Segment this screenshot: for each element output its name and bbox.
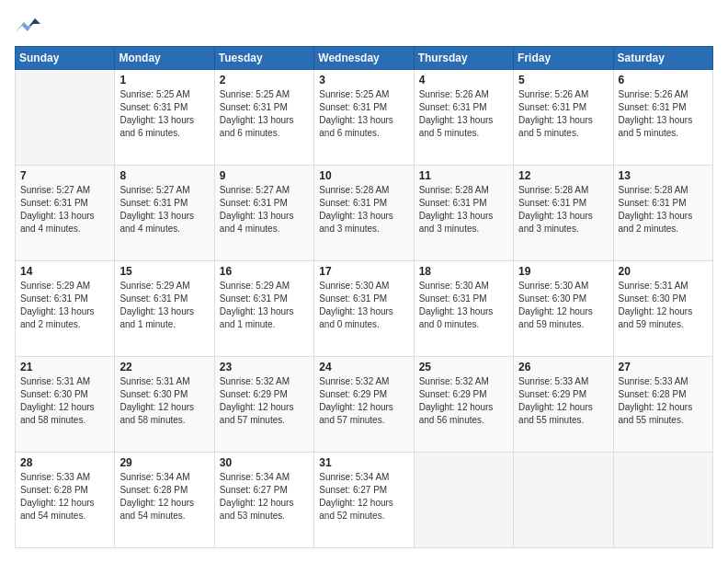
day-number: 24 — [319, 361, 408, 373]
sunset-text: Sunset: 6:31 PM — [619, 197, 708, 210]
sunset-text: Sunset: 6:31 PM — [518, 101, 608, 114]
day-number: 14 — [20, 265, 109, 278]
sunset-text: Sunset: 6:31 PM — [119, 101, 209, 114]
sunrise-text: Sunrise: 5:33 AM — [619, 375, 708, 388]
daylight-text: Daylight: 13 hours and 6 minutes. — [119, 114, 209, 140]
daylight-text: Daylight: 13 hours and 0 minutes. — [319, 305, 408, 331]
weekday-header: Friday — [514, 47, 613, 70]
calendar-cell: 23 Sunrise: 5:32 AM Sunset: 6:29 PM Dayl… — [214, 357, 313, 453]
sunrise-text: Sunrise: 5:25 AM — [319, 88, 408, 101]
calendar-cell: 17 Sunrise: 5:30 AM Sunset: 6:31 PM Dayl… — [314, 261, 414, 357]
sunrise-text: Sunrise: 5:28 AM — [319, 184, 408, 197]
day-info: Sunrise: 5:26 AM Sunset: 6:31 PM Dayligh… — [619, 88, 708, 140]
header — [15, 15, 713, 37]
calendar-week-row: 1 Sunrise: 5:25 AM Sunset: 6:31 PM Dayli… — [16, 70, 713, 166]
daylight-text: Daylight: 12 hours and 58 minutes. — [119, 401, 209, 427]
calendar-week-row: 28 Sunrise: 5:33 AM Sunset: 6:28 PM Dayl… — [16, 453, 713, 548]
daylight-text: Daylight: 13 hours and 4 minutes. — [20, 210, 109, 236]
day-info: Sunrise: 5:31 AM Sunset: 6:30 PM Dayligh… — [20, 375, 109, 427]
sunrise-text: Sunrise: 5:29 AM — [119, 280, 209, 293]
sunset-text: Sunset: 6:30 PM — [20, 388, 109, 401]
daylight-text: Daylight: 12 hours and 55 minutes. — [518, 401, 608, 427]
daylight-text: Daylight: 13 hours and 3 minutes. — [419, 210, 508, 236]
day-number: 1 — [119, 74, 209, 86]
day-info: Sunrise: 5:26 AM Sunset: 6:31 PM Dayligh… — [518, 88, 608, 140]
day-info: Sunrise: 5:32 AM Sunset: 6:29 PM Dayligh… — [220, 375, 309, 427]
day-info: Sunrise: 5:28 AM Sunset: 6:31 PM Dayligh… — [518, 184, 608, 236]
calendar-cell: 6 Sunrise: 5:26 AM Sunset: 6:31 PM Dayli… — [613, 70, 712, 166]
day-number: 10 — [319, 169, 408, 182]
sunset-text: Sunset: 6:31 PM — [220, 293, 309, 305]
calendar-header-row: SundayMondayTuesdayWednesdayThursdayFrid… — [16, 47, 713, 70]
calendar-cell: 9 Sunrise: 5:27 AM Sunset: 6:31 PM Dayli… — [214, 166, 313, 261]
daylight-text: Daylight: 13 hours and 0 minutes. — [419, 305, 508, 331]
day-number: 16 — [220, 265, 309, 278]
calendar-cell: 4 Sunrise: 5:26 AM Sunset: 6:31 PM Dayli… — [414, 70, 513, 166]
sunset-text: Sunset: 6:31 PM — [518, 197, 608, 210]
sunset-text: Sunset: 6:31 PM — [119, 293, 209, 305]
day-info: Sunrise: 5:32 AM Sunset: 6:29 PM Dayligh… — [419, 375, 508, 427]
sunset-text: Sunset: 6:28 PM — [20, 484, 109, 497]
day-number: 26 — [518, 361, 608, 373]
calendar-week-row: 21 Sunrise: 5:31 AM Sunset: 6:30 PM Dayl… — [16, 357, 713, 453]
weekday-header: Saturday — [613, 47, 712, 70]
sunset-text: Sunset: 6:27 PM — [319, 484, 408, 497]
daylight-text: Daylight: 12 hours and 57 minutes. — [220, 401, 309, 427]
weekday-header: Monday — [115, 47, 214, 70]
daylight-text: Daylight: 13 hours and 5 minutes. — [619, 114, 708, 140]
sunrise-text: Sunrise: 5:26 AM — [419, 88, 508, 101]
calendar-week-row: 14 Sunrise: 5:29 AM Sunset: 6:31 PM Dayl… — [16, 261, 713, 357]
sunset-text: Sunset: 6:31 PM — [119, 197, 209, 210]
weekday-header: Wednesday — [314, 47, 414, 70]
logo — [15, 15, 44, 37]
day-number: 5 — [518, 74, 608, 86]
calendar-cell: 7 Sunrise: 5:27 AM Sunset: 6:31 PM Dayli… — [16, 166, 115, 261]
sunset-text: Sunset: 6:31 PM — [319, 101, 408, 114]
calendar-cell — [613, 453, 712, 548]
day-info: Sunrise: 5:33 AM Sunset: 6:28 PM Dayligh… — [20, 471, 109, 523]
calendar-cell: 31 Sunrise: 5:34 AM Sunset: 6:27 PM Dayl… — [314, 453, 414, 548]
day-info: Sunrise: 5:32 AM Sunset: 6:29 PM Dayligh… — [319, 375, 408, 427]
day-number: 7 — [20, 169, 109, 182]
daylight-text: Daylight: 13 hours and 6 minutes. — [220, 114, 309, 140]
day-number: 25 — [419, 361, 508, 373]
sunrise-text: Sunrise: 5:27 AM — [119, 184, 209, 197]
day-number: 11 — [419, 169, 508, 182]
weekday-header: Thursday — [414, 47, 513, 70]
sunset-text: Sunset: 6:31 PM — [220, 197, 309, 210]
day-number: 4 — [419, 74, 508, 86]
sunrise-text: Sunrise: 5:31 AM — [119, 375, 209, 388]
day-info: Sunrise: 5:26 AM Sunset: 6:31 PM Dayligh… — [419, 88, 508, 140]
sunrise-text: Sunrise: 5:32 AM — [419, 375, 508, 388]
sunrise-text: Sunrise: 5:27 AM — [220, 184, 309, 197]
calendar-cell: 12 Sunrise: 5:28 AM Sunset: 6:31 PM Dayl… — [514, 166, 613, 261]
sunset-text: Sunset: 6:31 PM — [20, 197, 109, 210]
daylight-text: Daylight: 12 hours and 59 minutes. — [619, 305, 708, 331]
sunset-text: Sunset: 6:31 PM — [319, 293, 408, 305]
calendar-cell: 25 Sunrise: 5:32 AM Sunset: 6:29 PM Dayl… — [414, 357, 513, 453]
daylight-text: Daylight: 13 hours and 2 minutes. — [20, 305, 109, 331]
day-number: 27 — [619, 361, 708, 373]
calendar-cell: 1 Sunrise: 5:25 AM Sunset: 6:31 PM Dayli… — [115, 70, 214, 166]
calendar-cell: 5 Sunrise: 5:26 AM Sunset: 6:31 PM Dayli… — [514, 70, 613, 166]
calendar-cell: 8 Sunrise: 5:27 AM Sunset: 6:31 PM Dayli… — [115, 166, 214, 261]
calendar-cell: 3 Sunrise: 5:25 AM Sunset: 6:31 PM Dayli… — [314, 70, 414, 166]
sunset-text: Sunset: 6:29 PM — [220, 388, 309, 401]
daylight-text: Daylight: 13 hours and 5 minutes. — [518, 114, 608, 140]
day-info: Sunrise: 5:30 AM Sunset: 6:31 PM Dayligh… — [419, 280, 508, 331]
sunset-text: Sunset: 6:31 PM — [319, 197, 408, 210]
sunrise-text: Sunrise: 5:28 AM — [419, 184, 508, 197]
day-number: 3 — [319, 74, 408, 86]
svg-marker-1 — [28, 18, 40, 28]
day-number: 31 — [319, 456, 408, 469]
calendar-cell: 13 Sunrise: 5:28 AM Sunset: 6:31 PM Dayl… — [613, 166, 712, 261]
sunrise-text: Sunrise: 5:30 AM — [319, 280, 408, 293]
day-info: Sunrise: 5:25 AM Sunset: 6:31 PM Dayligh… — [319, 88, 408, 140]
calendar-cell: 19 Sunrise: 5:30 AM Sunset: 6:30 PM Dayl… — [514, 261, 613, 357]
calendar-cell: 22 Sunrise: 5:31 AM Sunset: 6:30 PM Dayl… — [115, 357, 214, 453]
day-info: Sunrise: 5:31 AM Sunset: 6:30 PM Dayligh… — [119, 375, 209, 427]
day-number: 12 — [518, 169, 608, 182]
sunrise-text: Sunrise: 5:34 AM — [220, 471, 309, 484]
sunrise-text: Sunrise: 5:29 AM — [220, 280, 309, 293]
weekday-header: Tuesday — [214, 47, 313, 70]
